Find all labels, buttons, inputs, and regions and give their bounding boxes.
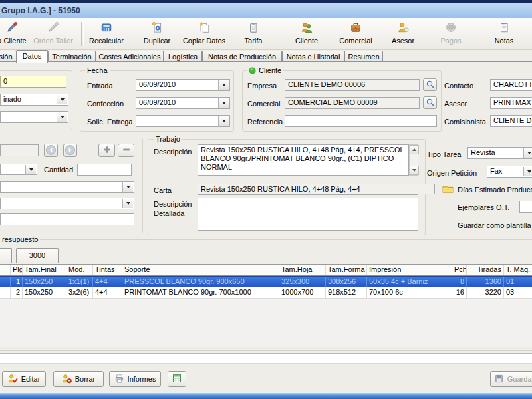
cantidad-field[interactable] xyxy=(77,164,132,176)
entrada-date-combo[interactable]: 06/09/2010 xyxy=(136,79,230,91)
col-tam-final[interactable]: Tam.Final xyxy=(23,265,66,275)
remove-line-button[interactable] xyxy=(118,144,134,157)
col-tam-forma[interactable]: Tam.Forma xyxy=(326,265,367,275)
tab-logistica[interactable]: Logística xyxy=(164,51,202,62)
cell-impresion[interactable]: 70x100 6c xyxy=(367,287,452,298)
cell-plgs[interactable]: 1 xyxy=(11,277,23,287)
descripcion-scrollbar[interactable] xyxy=(409,144,418,176)
cell-tam-final[interactable]: 150x250 xyxy=(23,277,66,287)
scroll-up-icon[interactable] xyxy=(410,145,419,154)
cell-tam-forma[interactable]: 918x512 xyxy=(326,287,367,298)
grid-calc-button[interactable] xyxy=(168,371,186,387)
tab-notas-historial[interactable]: Notas e Historial xyxy=(282,51,344,62)
presupuesto-tab-partial[interactable] xyxy=(0,248,12,263)
budget-grid-header[interactable]: Plgs. Tam.Final Mod. Tintas Soporte Tam.… xyxy=(0,265,532,276)
tipo-tarea-combo[interactable]: Revista xyxy=(467,147,532,159)
chevron-down-icon[interactable] xyxy=(57,112,67,122)
table-row[interactable]: 1 150x250 1x1(1) 4+4 PRESSCOL BLANCO 90g… xyxy=(0,276,532,288)
left-wide-combo-2[interactable] xyxy=(0,198,134,209)
cell-mod[interactable]: 3x2(6) xyxy=(66,287,93,298)
toolbar-button-copiar-datos[interactable]: Copiar Datos xyxy=(181,21,227,48)
add-line-button[interactable] xyxy=(98,144,115,157)
cell-tiradas[interactable]: 3220 xyxy=(467,287,504,298)
line-type-combo[interactable] xyxy=(0,164,37,175)
toolbar-button-cliente[interactable]: Cliente xyxy=(287,21,326,48)
cell-soporte[interactable]: PRESSCOL BLANCO 90gr. 900x650 xyxy=(122,277,279,287)
toolbar-button-ficha-cliente[interactable]: a Cliente xyxy=(0,21,31,48)
tab-prevision[interactable]: sión xyxy=(0,51,17,62)
col-t-maq[interactable]: T. Máq. xyxy=(504,265,532,275)
chevron-down-icon[interactable] xyxy=(523,167,532,176)
estado-combo[interactable]: inado xyxy=(0,94,68,106)
cell-tam-hoja[interactable]: 325x300 xyxy=(279,277,326,287)
cell-mod[interactable]: 1x1(1) xyxy=(66,277,93,287)
solic-entrega-combo[interactable] xyxy=(136,115,230,127)
chevron-down-icon[interactable] xyxy=(122,182,133,192)
confeccion-date-combo[interactable]: 06/09/2010 xyxy=(136,97,230,109)
presupuesto-tab-3000[interactable]: 3000 xyxy=(16,248,59,263)
guardar-plantilla-label[interactable]: Guardar como plantilla xyxy=(458,221,531,229)
referencia-field[interactable] xyxy=(285,115,437,127)
comercial-field[interactable]: COMERCIAL DEMO 00009 xyxy=(285,97,420,109)
cell-tiradas[interactable]: 1360 xyxy=(467,277,504,287)
col-impresion[interactable]: Impresión xyxy=(367,265,452,275)
tab-costes-adicionales[interactable]: Costes Adicionales xyxy=(96,51,164,62)
informes-button[interactable]: Informes xyxy=(109,371,161,387)
cell-tintas[interactable]: 4+4 xyxy=(93,277,122,287)
tab-notas-produccion[interactable]: Notas de Producción xyxy=(202,51,282,62)
cell-selector[interactable] xyxy=(0,277,11,287)
toolbar-button-asesor[interactable]: Asesor xyxy=(386,21,420,48)
toolbar-button-duplicar[interactable]: Duplicar xyxy=(137,21,177,48)
cell-tintas[interactable]: 4+4 xyxy=(93,287,122,298)
carta-field[interactable]: Revista 150x250 RUSTICA HILO, 4+48 Pág, … xyxy=(198,184,418,195)
contacto-field[interactable]: CHARLOTTE xyxy=(490,79,532,91)
editar-button[interactable]: Editar xyxy=(2,371,46,387)
col-tintas[interactable]: Tintas xyxy=(93,265,122,275)
cell-pch[interactable]: 16 xyxy=(452,287,467,298)
chevron-down-icon[interactable] xyxy=(122,199,133,208)
cell-tam-hoja[interactable]: 1000x700 xyxy=(279,287,326,298)
next-line-button[interactable] xyxy=(63,144,77,157)
origen-peticion-combo[interactable]: Fax xyxy=(487,166,532,178)
cell-tam-forma[interactable]: 308x256 xyxy=(326,277,367,287)
cell-tam-final[interactable]: 150x250 xyxy=(23,287,66,298)
col-soporte[interactable]: Soporte xyxy=(122,265,279,275)
left-wide-field[interactable] xyxy=(0,213,134,225)
chevron-down-icon[interactable] xyxy=(218,116,229,126)
table-row[interactable]: 2 150x250 3x2(6) 4+4 PRINTOMAT BLANCO 90… xyxy=(0,287,532,299)
tab-datos[interactable]: Datos xyxy=(16,50,48,63)
ejemplares-field[interactable] xyxy=(519,201,532,213)
col-tam-hoja[interactable]: Tam.Hoja xyxy=(279,265,326,275)
asesor-field[interactable]: PRINTMAX xyxy=(490,97,532,109)
descripcion-detallada-textarea[interactable] xyxy=(198,198,418,231)
cell-t-maq[interactable]: 01 xyxy=(504,277,532,287)
chevron-down-icon[interactable] xyxy=(25,165,36,174)
cell-selector[interactable] xyxy=(0,287,11,298)
borrar-button[interactable]: Borrar xyxy=(53,371,104,387)
cell-soporte[interactable]: PRINTOMAT BLANCO 90gr. 700x1000 xyxy=(122,287,279,298)
toolbar-button-recalcular[interactable]: Recalcular xyxy=(86,21,126,48)
tab-terminacion[interactable]: Terminación xyxy=(48,51,96,62)
chevron-down-icon[interactable] xyxy=(523,148,532,158)
toolbar-button-notas[interactable]: Notas xyxy=(487,21,521,48)
title-bar[interactable]: Grupo I.A.G.] - 51950 xyxy=(0,0,532,18)
descripcion-textarea[interactable]: Revista 150x250 RUSTICA HILO, 4+48 Pág, … xyxy=(198,144,409,176)
empresa-search-button[interactable] xyxy=(423,78,437,91)
toolbar-button-comercial[interactable]: Comercial xyxy=(334,21,377,48)
left-combo-2[interactable] xyxy=(0,111,68,123)
cell-pch[interactable]: 8 xyxy=(452,277,467,287)
cell-t-maq[interactable]: 03 xyxy=(504,287,532,298)
comisionista-field[interactable]: CLIENTE DEMO xyxy=(490,115,532,127)
col-pch[interactable]: Pch. xyxy=(452,265,467,275)
empresa-field[interactable]: CLIENTE DEMO 00006 xyxy=(285,79,420,91)
chevron-down-icon[interactable] xyxy=(57,95,67,104)
folder-icon[interactable] xyxy=(442,184,454,195)
comercial-search-button[interactable] xyxy=(423,96,437,109)
chevron-down-icon[interactable] xyxy=(218,98,229,108)
cell-impresion[interactable]: 50x35 4c + Barniz xyxy=(367,277,452,287)
left-wide-combo-1[interactable] xyxy=(0,181,134,193)
col-plgs[interactable]: Plgs. xyxy=(11,265,23,275)
prev-line-button[interactable] xyxy=(44,144,58,157)
chevron-down-icon[interactable] xyxy=(218,80,229,90)
toolbar-button-tarifa[interactable]: Tarifa xyxy=(234,21,273,48)
